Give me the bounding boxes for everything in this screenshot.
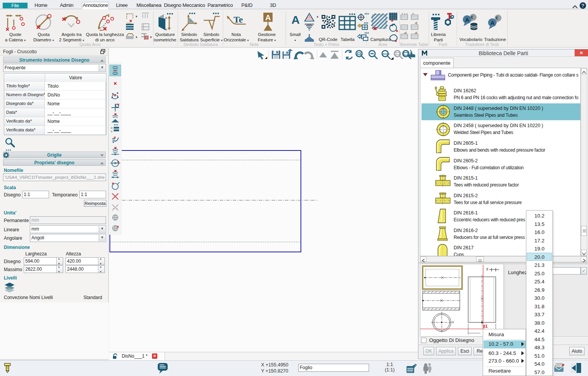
svg-text:Te: Te — [234, 15, 243, 25]
svg-text:20\5: 20\5 — [126, 22, 131, 25]
svg-text:Y: Y — [111, 130, 113, 133]
svg-text:A: A — [465, 16, 469, 23]
svg-text:d1: d1 — [483, 324, 488, 329]
svg-text:€: € — [496, 16, 498, 20]
svg-text:s: s — [486, 266, 488, 271]
svg-text:X: X — [111, 126, 113, 130]
svg-text:€: € — [471, 15, 473, 20]
svg-text:NAME: NAME — [383, 53, 390, 55]
svg-text:A: A — [490, 20, 495, 26]
svg-text:A: A — [265, 13, 271, 22]
